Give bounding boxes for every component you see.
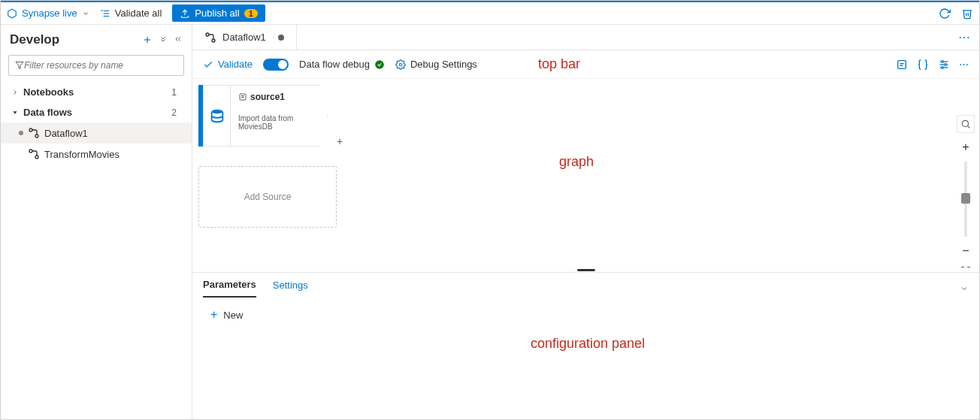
filter-input[interactable] — [24, 60, 177, 71]
debug-settings-button[interactable]: Debug Settings — [395, 59, 477, 70]
zoom-slider[interactable] — [964, 162, 967, 237]
refresh-icon — [939, 8, 951, 20]
add-source-placeholder[interactable]: Add Source — [198, 166, 337, 228]
dataflow1-label: Dataflow1 — [44, 128, 88, 139]
tab-label: Dataflow1 — [222, 32, 266, 43]
svg-point-23 — [942, 60, 944, 62]
modified-dot-icon — [19, 131, 23, 135]
source1-node[interactable]: source1 Import data from MoviesDB — [198, 85, 328, 147]
dataflow-debug-toggle[interactable] — [263, 59, 289, 71]
chevron-down-icon — [11, 109, 19, 116]
tree-group-notebooks[interactable]: Notebooks 1 — [1, 82, 192, 102]
tree-item-dataflow1[interactable]: Dataflow1 — [1, 122, 192, 144]
dataflow-icon — [28, 148, 40, 160]
dataflow-icon — [204, 32, 216, 44]
svg-point-12 — [35, 156, 38, 159]
filter-icon — [15, 61, 24, 70]
dataflow-debug-label: Data flow debug — [299, 59, 370, 70]
code-view-button[interactable] — [917, 59, 929, 71]
source1-node-body: source1 Import data from MoviesDB — [230, 85, 328, 147]
svg-point-14 — [212, 39, 215, 42]
tab-overflow-button[interactable]: ⋯ — [949, 25, 979, 50]
toggle-script-view-button[interactable] — [896, 59, 908, 71]
script-icon — [896, 59, 908, 71]
fit-to-screen-button[interactable] — [960, 265, 972, 267]
canvas-zoom-controls: + − — [957, 115, 975, 267]
checklist-icon — [100, 8, 110, 19]
config-tab-settings[interactable]: Settings — [273, 279, 308, 297]
source-type-icon — [203, 85, 230, 147]
develop-sidebar: Develop Notebooks 1 — [1, 25, 192, 419]
filter-resources[interactable] — [8, 55, 184, 76]
new-parameter-button[interactable]: + New — [210, 308, 961, 322]
zoom-in-button[interactable]: + — [962, 141, 969, 154]
plus-icon: + — [210, 308, 217, 322]
synapse-live-dropdown[interactable]: Synapse live — [7, 8, 89, 19]
braces-icon — [917, 59, 929, 71]
content-area: Dataflow1 ⋯ Validate Data flow debug Deb… — [192, 25, 979, 419]
dataset-icon — [238, 92, 247, 101]
canvas-search-button[interactable] — [957, 115, 975, 133]
sidebar-actions — [142, 35, 183, 45]
publish-all-label: Publish all — [195, 8, 239, 19]
editor-tabs: Dataflow1 ⋯ — [192, 25, 979, 50]
configuration-panel: Parameters Settings + New configuration … — [192, 272, 979, 419]
svg-point-13 — [206, 33, 209, 36]
tree-item-transformmovies[interactable]: TransformMovies — [1, 144, 192, 165]
tree-group-dataflows[interactable]: Data flows 2 — [1, 102, 192, 122]
dataflow-action-bar: Validate Data flow debug Debug Settings — [192, 50, 979, 79]
dataflow-canvas[interactable]: source1 Import data from MoviesDB + Add … — [192, 79, 979, 267]
zoom-thumb[interactable] — [961, 193, 970, 204]
dataflows-count: 2 — [171, 107, 177, 118]
tab-dataflow1[interactable]: Dataflow1 — [192, 25, 297, 50]
double-chevron-left-icon — [174, 35, 183, 44]
main-layout: Develop Notebooks 1 — [1, 25, 979, 419]
svg-point-10 — [35, 134, 38, 137]
dataflow-debug-label-wrap: Data flow debug — [299, 59, 385, 70]
sidebar-header: Develop — [1, 25, 192, 55]
success-check-icon — [374, 59, 385, 70]
fit-icon — [960, 265, 972, 267]
delete-button[interactable] — [961, 8, 973, 20]
cmdbar-right — [939, 8, 973, 20]
add-source-label: Add Source — [244, 192, 292, 202]
source1-desc: Import data from MoviesDB — [238, 114, 319, 131]
synapse-live-label: Synapse live — [22, 8, 77, 19]
add-transformation-button[interactable]: + — [337, 135, 343, 147]
config-body: + New configuration panel — [192, 298, 979, 332]
publish-all-button[interactable]: Publish all 1 — [172, 5, 265, 22]
dataflows-label: Data flows — [23, 107, 72, 118]
upload-icon — [180, 8, 190, 19]
svg-point-30 — [962, 120, 968, 126]
more-actions-button[interactable]: ⋯ — [959, 59, 969, 71]
search-icon — [960, 119, 971, 129]
double-chevron-down-icon — [159, 35, 168, 44]
annotation-graph: graph — [559, 154, 594, 170]
config-tabs: Parameters Settings — [192, 273, 979, 298]
sliders-icon — [938, 59, 950, 71]
svg-rect-17 — [898, 60, 906, 68]
plus-icon — [142, 35, 153, 45]
zoom-out-button[interactable]: − — [962, 244, 969, 258]
publish-count-badge: 1 — [244, 9, 258, 18]
svg-marker-7 — [16, 62, 23, 69]
cmdbar-left: Synapse live Validate all Publish all 1 — [7, 5, 265, 22]
top-command-bar: Synapse live Validate all Publish all 1 — [1, 1, 979, 25]
expand-all-button[interactable] — [159, 35, 168, 45]
hexagon-icon — [7, 8, 17, 19]
validate-all-button[interactable]: Validate all — [100, 8, 162, 19]
validate-button[interactable]: Validate — [203, 59, 253, 70]
source1-title: source1 — [250, 92, 285, 102]
add-resource-button[interactable] — [142, 35, 153, 45]
svg-marker-0 — [8, 9, 17, 18]
collapse-sidebar-button[interactable] — [174, 35, 183, 45]
annotation-configpanel: configuration panel — [531, 336, 645, 352]
sliders-button[interactable] — [938, 59, 950, 71]
source1-title-row: source1 — [238, 92, 319, 102]
svg-point-16 — [399, 63, 402, 66]
config-tab-parameters[interactable]: Parameters — [203, 279, 256, 298]
svg-line-31 — [968, 126, 970, 128]
settings-icon — [395, 59, 406, 70]
collapse-config-panel-button[interactable] — [960, 284, 969, 293]
refresh-button[interactable] — [939, 8, 951, 20]
